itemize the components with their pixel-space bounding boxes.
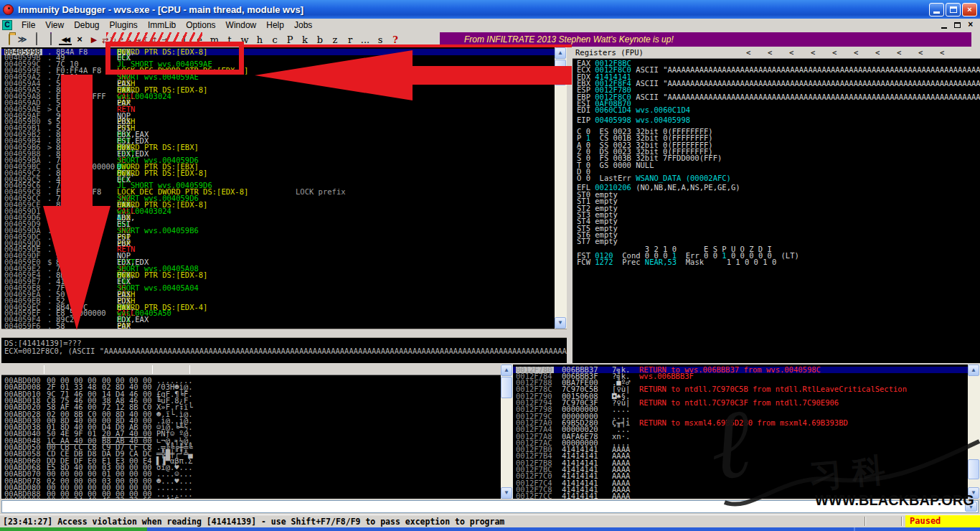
minimize-button[interactable] (929, 3, 944, 17)
title-bar: Immunity Debugger - wvs.exe - [CPU - mai… (0, 0, 980, 19)
register-line[interactable]: EIP 00405998 wvs.00405998 (577, 117, 690, 123)
scroll-thumb[interactable] (968, 459, 979, 479)
annotation-rectangle (105, 42, 244, 75)
registers-pane[interactable]: Registers (FPU) <<<<<<<<<< EAX 0012F8BCE… (573, 47, 980, 363)
chevron-left-icon[interactable]: < (854, 47, 858, 58)
stack-pane[interactable]: 0012F780006BBB377╗k.RETURN to wvs.006BBB… (513, 365, 968, 499)
chevron-left-icon[interactable]: < (746, 47, 750, 58)
menu-item-immlib[interactable]: ImmLib (143, 19, 181, 31)
window-title: Immunity Debugger - wvs.exe - [CPU - mai… (18, 4, 303, 15)
menu-item-view[interactable]: View (40, 19, 69, 31)
command-bar: ▼ (0, 499, 980, 514)
chevron-left-icon[interactable]: < (875, 47, 880, 58)
hex-scrollbar[interactable]: ▲ ▼ (501, 365, 513, 499)
chevron-left-icon[interactable]: < (811, 47, 815, 58)
mdi-restore-button[interactable] (952, 21, 963, 30)
command-input[interactable]: ▼ (1, 500, 979, 513)
annotation-arrow-down-body (61, 75, 93, 206)
mdi-close-button[interactable]: × (965, 21, 976, 30)
menu-item-debug[interactable]: Debug (69, 19, 104, 31)
menu-item-file[interactable]: File (17, 19, 40, 31)
menu-item-window[interactable]: Window (221, 19, 262, 31)
toolbar-button-b[interactable]: b (313, 34, 328, 45)
stack-scrollbar[interactable]: ▲ ▼ (968, 365, 980, 499)
info-pane[interactable]: DS:[41414139]=??? ECX=0012F8C0, (ASCII "… (1, 338, 567, 363)
register-line[interactable]: ECX 0012F8C0 ASCII "AAAAAAAAAAAAAAAAAAAA… (577, 67, 980, 73)
toolbar-button-r[interactable]: r (343, 34, 358, 45)
register-line[interactable]: EBP 0012F8C0 ASCII "AAAAAAAAAAAAAAAAAAAA… (577, 94, 980, 100)
menu-item-jobs[interactable]: Jobs (289, 19, 317, 31)
annotation-arrow-left-tail (413, 66, 572, 85)
chevron-left-icon[interactable]: < (940, 47, 944, 58)
toolbar-button-s[interactable]: s (373, 34, 388, 45)
scroll-thumb[interactable] (501, 377, 512, 398)
scroll-down-icon[interactable]: ▼ (968, 487, 979, 499)
scroll-up-icon[interactable]: ▲ (555, 47, 566, 59)
close-process-icon[interactable]: × (73, 34, 86, 45)
open-file-icon[interactable] (1, 34, 14, 45)
close-button[interactable]: × (962, 3, 977, 17)
chevron-down-icon[interactable]: ▼ (965, 502, 977, 512)
status-badge: Paused (905, 515, 980, 528)
chevron-left-icon[interactable]: < (918, 47, 923, 58)
restart-icon[interactable]: ≫ (16, 34, 29, 45)
run-icon[interactable]: ▶ (88, 34, 100, 45)
menu-item-plugins[interactable]: Plugins (105, 19, 143, 31)
chevron-left-icon[interactable]: < (768, 47, 772, 58)
toolbar-button-z[interactable]: z (328, 34, 343, 45)
scroll-up-icon[interactable]: ▲ (501, 365, 512, 376)
start-button-sliver (0, 527, 147, 531)
chevron-left-icon[interactable]: < (832, 47, 837, 58)
register-line[interactable]: O 0 LastErr WSANO_DATA (00002AFC) (577, 175, 731, 182)
toolbar-button-k[interactable]: k (298, 34, 313, 45)
scroll-down-icon[interactable]: ▼ (501, 487, 512, 499)
register-line[interactable]: EBX 0012F8F4 ASCII "AAAAAAAAAAAAAAAAAAAA… (577, 80, 980, 87)
menu-item-help[interactable]: Help (261, 19, 289, 31)
status-bar: [23:41:27] Access violation when reading… (0, 514, 980, 527)
hex-dump-pane[interactable]: Address Hex dump ASCII 00ABD00000 00 00 … (1, 365, 501, 499)
disasm-scrollbar[interactable]: ▲ ▼ (555, 47, 567, 329)
mdi-minimize-button[interactable] (939, 21, 950, 30)
chevron-left-icon[interactable]: < (789, 47, 793, 58)
immunity-debugger-window: Immunity Debugger - wvs.exe - [CPU - mai… (0, 0, 980, 531)
info-line-2: ECX=0012F8C0, (ASCII "AAAAAAAAAAAAAAAAAA… (4, 348, 567, 354)
toolbar-button-P[interactable]: P (283, 34, 298, 45)
annotation-line (244, 44, 572, 47)
toolbar-button-...[interactable]: ... (358, 34, 373, 45)
registers-title: Registers (FPU) (575, 47, 644, 58)
toolbar-button-?[interactable]: ? (388, 34, 403, 45)
windows-icon[interactable] (30, 34, 43, 45)
taskbar-strip (0, 527, 980, 531)
annotation-arrow-down-head (43, 206, 110, 330)
toolbar-button-c[interactable]: c (268, 34, 283, 45)
mdi-child-icon[interactable]: C (2, 20, 12, 30)
menu-bar: C FileViewDebugPluginsImmLibOptionsWindo… (0, 19, 980, 32)
hex-dump-header: Address Hex dump ASCII (1, 365, 501, 375)
registers-header: Registers (FPU) <<<<<<<<<< (573, 47, 980, 59)
chevron-left-icon[interactable]: < (897, 47, 901, 58)
app-icon (3, 4, 14, 15)
step-back-icon[interactable]: ◀◀ (59, 35, 72, 45)
toolbar-button-h[interactable]: h (253, 34, 268, 45)
annotation-arrow-left-head (255, 50, 413, 100)
maximize-button[interactable] (946, 3, 961, 17)
register-line[interactable]: FCW 1272 Prec NEAR,53 Mask 1 1 0 0 1 0 (577, 259, 776, 266)
menu-item-options[interactable]: Options (181, 19, 220, 31)
register-line[interactable]: EDI 0060C1D4 wvs.0060C1D4 (577, 107, 690, 113)
stack-row[interactable]: 0012F7CC41414141AAAA (513, 493, 968, 499)
patches-window-icon[interactable] (44, 34, 57, 45)
scroll-down-icon[interactable]: ▼ (555, 317, 566, 329)
info-line-1: DS:[41414139]=??? (4, 340, 81, 347)
scroll-up-icon[interactable]: ▲ (968, 365, 979, 376)
status-message: [23:41:27] Access violation when reading… (3, 517, 504, 527)
